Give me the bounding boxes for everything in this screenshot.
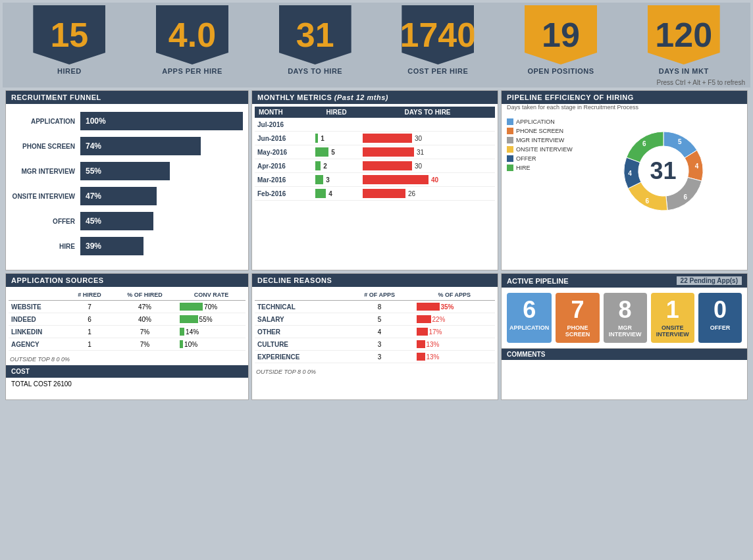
sources-table: # HIRED % OF HIRED CONV RATE WEBSITE 7 4… xyxy=(9,290,246,351)
legend-label: MGR INTERVIEW xyxy=(516,137,564,143)
conv-bar xyxy=(180,315,198,323)
pipeline-card-application: 6 APPLICATION xyxy=(507,293,552,343)
kpi-label: DAYS IN MKT xyxy=(659,67,709,75)
sources-row: INDEED 6 40% 55% xyxy=(9,313,246,326)
legend-item: HIRE xyxy=(507,165,579,171)
monthly-row: Apr-2016 2 30 xyxy=(255,159,495,173)
active-pipeline-title: ACTIVE PIPELINE xyxy=(507,277,569,285)
funnel-bar: 55% xyxy=(80,162,170,180)
funnel-row: PHONE SCREEN 74% xyxy=(11,137,243,155)
funnel-bar: 39% xyxy=(80,237,143,255)
decline-pct: 13% xyxy=(414,351,496,363)
monthly-hired-bar xyxy=(315,147,328,157)
conv-bar xyxy=(180,303,203,311)
pipeline-card-label: OFFER xyxy=(710,324,731,331)
source-name: WEBSITE xyxy=(9,301,66,313)
donut-label: 4 xyxy=(694,163,698,170)
monthly-hired: 5 xyxy=(313,145,360,159)
pipeline-card-phone-screen: 7 PHONE SCREEN xyxy=(556,293,599,343)
monthly-days: 40 xyxy=(360,173,495,187)
pipeline-card-value: 0 xyxy=(714,298,727,322)
monthly-hired-bar xyxy=(315,134,318,143)
sources-row: WEBSITE 7 47% 70% xyxy=(9,301,246,313)
monthly-hired: 1 xyxy=(313,132,360,145)
legend-color xyxy=(507,118,513,125)
sources-col-hired: # HIRED xyxy=(66,290,113,301)
monthly-days-bar xyxy=(363,147,414,157)
donut-label: 4 xyxy=(628,170,632,177)
monthly-hired-num: 2 xyxy=(323,163,327,170)
pipeline-legend: APPLICATION PHONE SCREEN MGR INTERVIEW O… xyxy=(507,118,579,224)
monthly-hired: 4 xyxy=(313,187,360,201)
comments-body xyxy=(502,360,747,399)
main-grid-row1: RECRUITMENT FUNNEL APPLICATION 100% PHON… xyxy=(3,88,750,273)
sources-row: LINKEDIN 1 7% 14% xyxy=(9,326,246,338)
sources-col-conv: CONV RATE xyxy=(177,290,246,301)
decline-pct: 17% xyxy=(414,326,496,338)
monthly-table: MONTH HIRED DAYS TO HIRE Jul-2016 Jun-20… xyxy=(255,107,495,201)
monthly-days: 30 xyxy=(360,159,495,173)
monthly-days xyxy=(360,118,495,132)
funnel-row-label: ONSITE INTERVIEW xyxy=(11,193,80,200)
monthly-hired-num: 3 xyxy=(326,176,330,184)
monthly-days: 26 xyxy=(360,187,495,201)
monthly-col-days: DAYS TO HIRE xyxy=(360,107,495,118)
source-conv: 55% xyxy=(177,313,246,326)
source-name: LINKEDIN xyxy=(9,326,66,338)
monthly-col-month: MONTH xyxy=(255,107,313,118)
funnel-bar-pct: 74% xyxy=(86,141,101,151)
kpi-label: APPS PER HIRE xyxy=(162,67,222,75)
decline-bar xyxy=(417,328,428,336)
kpi-item-days-in-mkt: 120 DAYS IN MKT xyxy=(622,5,745,78)
sources-col-source xyxy=(9,290,66,301)
funnel-bar-wrap: 39% xyxy=(80,237,243,255)
monthly-days: 30 xyxy=(360,132,495,145)
active-pipeline-panel: ACTIVE PIPELINE 22 Pending App(s) 6 APPL… xyxy=(501,273,748,400)
pipeline-card-mgr-interview: 8 MGR INTERVIEW xyxy=(604,293,647,343)
funnel-bar-wrap: 74% xyxy=(80,137,243,155)
monthly-month: Mar-2016 xyxy=(255,173,313,187)
monthly-month: Feb-2016 xyxy=(255,187,313,201)
pipeline-card-label: ONSITE INTERVIEW xyxy=(654,324,692,338)
monthly-days-bar xyxy=(363,175,428,184)
donut-label: 5 xyxy=(677,138,681,145)
legend-label: APPLICATION xyxy=(516,118,555,125)
conv-bar xyxy=(180,340,183,348)
funnel-body: APPLICATION 100% PHONE SCREEN 74% MGR IN… xyxy=(6,104,248,270)
kpi-label: COST PER HIRE xyxy=(407,67,468,75)
decline-pct-val: 35% xyxy=(441,303,454,311)
source-pct-hired: 40% xyxy=(113,313,177,326)
monthly-col-hired: HIRED xyxy=(313,107,360,118)
decline-apps: 8 xyxy=(346,301,414,313)
kpi-bar: 15 HIRED 4.0 APPS PER HIRE 31 DAYS TO HI… xyxy=(3,3,750,78)
source-conv: 10% xyxy=(177,338,246,351)
monthly-days: 31 xyxy=(360,145,495,159)
donut-wrap: 546646 31 xyxy=(584,118,742,224)
funnel-bar-wrap: 100% xyxy=(80,112,243,130)
decline-col-apps: # OF APPS xyxy=(346,290,414,301)
decline-reason: TECHNICAL xyxy=(255,301,346,313)
kpi-item-hired: 15 HIRED xyxy=(8,5,131,78)
kpi-badge: 31 xyxy=(279,5,351,64)
monthly-month: Jul-2016 xyxy=(255,118,313,132)
source-conv: 14% xyxy=(177,326,246,338)
decline-apps: 5 xyxy=(346,313,414,326)
sources-col-pct: % OF HIRED xyxy=(113,290,177,301)
decline-col-reason xyxy=(255,290,346,301)
pipeline-card-value: 1 xyxy=(666,298,679,322)
monthly-month: May-2016 xyxy=(255,145,313,159)
monthly-days-num: 31 xyxy=(417,149,424,156)
legend-item: OFFER xyxy=(507,155,579,162)
legend-color xyxy=(507,137,513,143)
legend-item: PHONE SCREEN xyxy=(507,128,579,134)
pipeline-subtitle: Days taken for each stage in Recruitment… xyxy=(502,104,747,113)
source-pct-hired: 7% xyxy=(113,338,177,351)
donut-label: 6 xyxy=(683,193,687,201)
decline-pct: 35% xyxy=(414,301,496,313)
kpi-value: 15 xyxy=(50,18,88,52)
decline-table-wrap: # OF APPS % OF APPS TECHNICAL 8 35% SALA… xyxy=(252,287,498,366)
pipeline-card-value: 7 xyxy=(571,298,584,322)
decline-reason: EXPERIENCE xyxy=(255,351,346,363)
monthly-title: MONTHLY METRICS xyxy=(257,93,332,101)
monthly-days-bar xyxy=(363,189,405,198)
